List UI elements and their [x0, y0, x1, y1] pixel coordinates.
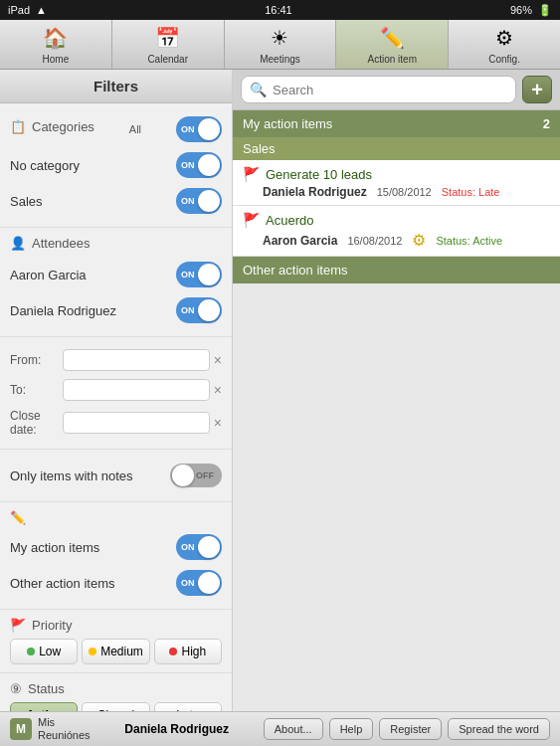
sales-category-label: Sales — [10, 194, 43, 209]
register-button[interactable]: Register — [379, 718, 442, 740]
aaron-garcia-toggle[interactable]: ON — [176, 262, 222, 287]
action-status-generate: Status: Late — [442, 186, 500, 198]
nav-config-label: Config. — [488, 54, 520, 65]
action-items-icon-row: ✏️ — [10, 510, 222, 525]
right-panel: 🔍 + My action items 2 Sales 🚩 Generate 1… — [233, 70, 560, 711]
battery-label: 96% — [510, 4, 532, 16]
categories-toggle-on-label: ON — [181, 124, 195, 134]
action-item-acuerdo[interactable]: 🚩 Acuerdo Aaron Garcia 16/08/2012 ⚙ Stat… — [233, 206, 560, 257]
home-icon: 🏠 — [42, 24, 70, 52]
my-action-items-header: My action items 2 — [233, 110, 560, 137]
no-category-toggle-knob — [198, 154, 220, 176]
action-items-icon: ✏️ — [10, 510, 26, 525]
notes-section: Only items with notes OFF — [0, 450, 232, 502]
from-label: From: — [10, 353, 63, 367]
calendar-icon: 📅 — [154, 24, 182, 52]
notes-toggle-knob — [172, 465, 194, 486]
nav-calendar-label: Calendar — [147, 54, 188, 65]
search-input[interactable] — [273, 83, 507, 97]
current-user: Daniela Rodriguez — [124, 722, 229, 736]
carrier-label: iPad — [8, 4, 30, 16]
action-item-generate-leads[interactable]: 🚩 Generate 10 leads Daniela Rodriguez 15… — [233, 160, 560, 206]
notes-toggle[interactable]: OFF — [170, 464, 222, 487]
nav-action-item[interactable]: ✏️ Action item — [336, 20, 449, 69]
notes-toggle-off-label: OFF — [196, 470, 218, 480]
close-date-clear-icon[interactable]: × — [214, 415, 222, 431]
categories-all-toggle[interactable]: ON — [176, 116, 222, 142]
my-action-toggle-knob — [198, 536, 220, 558]
nav-meetings-label: Meetings — [260, 54, 300, 65]
to-row: To: × — [10, 375, 222, 405]
to-clear-icon[interactable]: × — [214, 382, 222, 398]
categories-all: All — [129, 123, 141, 135]
nav-config[interactable]: ⚙ Config. — [449, 20, 560, 69]
action-item-icon: ✏️ — [378, 24, 406, 52]
priority-low-button[interactable]: Low — [10, 639, 78, 664]
dates-section: From: × To: × Close date: × — [0, 337, 232, 450]
daniela-rodriguez-row: Daniela Rodriguez ON — [10, 292, 222, 328]
medium-dot — [89, 648, 96, 655]
nav-calendar[interactable]: 📅 Calendar — [112, 20, 225, 69]
attendees-icon: 👤 — [10, 236, 26, 251]
no-category-row: No category ON — [10, 147, 222, 183]
bottom-buttons: About... Help Register Spread the word — [264, 718, 550, 740]
daniela-toggle-label: ON — [181, 305, 195, 315]
daniela-toggle-knob — [198, 299, 220, 321]
other-action-items-header: Other action items — [233, 257, 560, 283]
status-late-button[interactable]: Late — [154, 702, 222, 711]
attendees-label: 👤 Attendees — [10, 236, 222, 251]
sales-category-toggle[interactable]: ON — [176, 188, 222, 214]
help-button[interactable]: Help — [329, 718, 374, 740]
from-input[interactable] — [63, 349, 210, 371]
priority-medium-button[interactable]: Medium — [82, 639, 149, 664]
status-bar-time: 16:41 — [265, 4, 292, 16]
aaron-garcia-row: Aaron Garcia ON — [10, 257, 222, 292]
action-person-generate: Daniela Rodriguez — [263, 185, 367, 199]
low-label: Low — [39, 645, 61, 658]
from-clear-icon[interactable]: × — [214, 352, 222, 368]
priority-icon: 🚩 — [10, 618, 26, 633]
status-closed-button[interactable]: Closed — [82, 702, 149, 711]
high-dot — [169, 648, 177, 655]
status-active-button[interactable]: Active — [10, 702, 78, 711]
nav-meetings[interactable]: ☀ Meetings — [225, 20, 337, 69]
nav-home-label: Home — [43, 54, 70, 65]
add-button[interactable]: + — [522, 76, 552, 103]
spread-button[interactable]: Spread the word — [448, 718, 550, 740]
other-action-toggle[interactable]: ON — [176, 570, 222, 596]
status-bar-right: 96% 🔋 — [510, 4, 552, 17]
action-status-acuerdo: Status: Active — [436, 235, 502, 247]
no-category-toggle[interactable]: ON — [176, 152, 222, 178]
no-category-toggle-label: ON — [181, 160, 195, 170]
categories-label: 📋 Categories — [10, 119, 94, 134]
close-date-input[interactable] — [63, 412, 210, 434]
gear-icon: ⚙ — [412, 231, 426, 250]
action-title-generate-label: Generate 10 leads — [266, 167, 372, 182]
about-button[interactable]: About... — [264, 718, 323, 740]
status-buttons: Active Closed Late — [10, 702, 222, 711]
action-date-generate: 15/08/2012 — [377, 186, 432, 198]
categories-header-row: 📋 Categories All ON — [10, 111, 222, 147]
app-logo: M Mis Reuniónes — [10, 716, 91, 742]
categories-toggle-knob — [198, 118, 220, 140]
daniela-toggle[interactable]: ON — [176, 297, 222, 323]
priority-high-button[interactable]: High — [154, 639, 222, 664]
my-action-items-toggle[interactable]: ON — [176, 534, 222, 560]
sales-header-label: Sales — [243, 141, 276, 156]
status-bar: iPad ▲ 16:41 96% 🔋 — [0, 0, 560, 20]
other-action-items-row: Other action items ON — [10, 565, 222, 601]
left-panel: Filters 📋 Categories All ON No category … — [0, 70, 233, 711]
other-action-toggle-knob — [198, 572, 220, 594]
action-date-acuerdo: 16/08/2012 — [347, 235, 402, 247]
action-items-section: ✏️ My action items ON Other action items… — [0, 502, 232, 610]
nav-home[interactable]: 🏠 Home — [0, 20, 112, 69]
sales-toggle-knob — [198, 190, 220, 212]
to-input[interactable] — [63, 379, 210, 401]
logo-text: Mis Reuniónes — [38, 716, 91, 742]
my-action-items-row: My action items ON — [10, 529, 222, 565]
nav-action-item-label: Action item — [368, 54, 417, 65]
config-icon: ⚙ — [490, 24, 518, 52]
my-action-items-label: My action items — [10, 540, 99, 555]
status-icon: ⑨ — [10, 681, 22, 696]
my-action-toggle-label: ON — [181, 542, 195, 552]
